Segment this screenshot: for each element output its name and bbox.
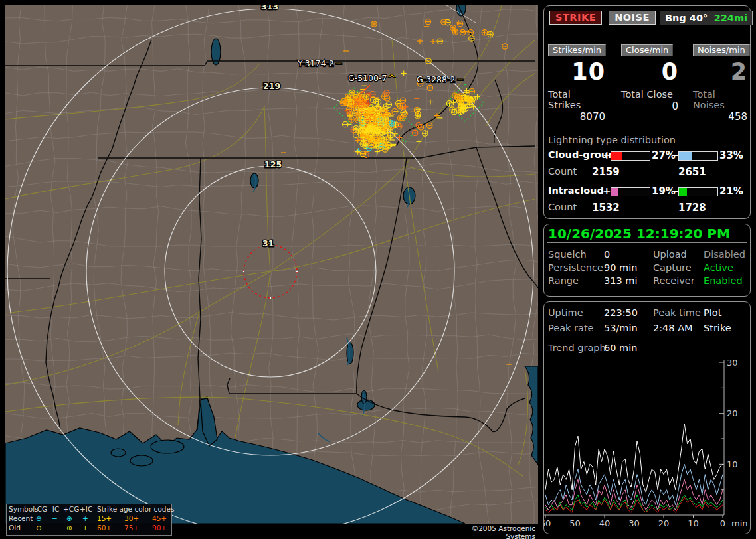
current-datetime: 10/26/2025 12:19:20 PM bbox=[548, 226, 730, 242]
persistence-value: 90 min bbox=[604, 262, 637, 273]
recent-ic-neg-icon: − bbox=[52, 514, 58, 523]
ring-label-125: 125 bbox=[264, 159, 282, 169]
noises-per-min-column: Noises/min 2 Total Noises 458 bbox=[693, 43, 747, 123]
trend-graph: 1020306050403020100min bbox=[544, 302, 749, 533]
receiver-label: Receiver bbox=[653, 275, 695, 286]
ic-positive-count: 1532 bbox=[592, 202, 620, 214]
intracloud-label: Intracloud bbox=[548, 185, 604, 196]
close-per-min-column: Close/min 0 Total Close 0 bbox=[621, 43, 678, 112]
total-noises-value: 458 bbox=[693, 111, 747, 123]
info-trend-panel: Uptime 223:50 Peak time Plot Peak rate 5… bbox=[543, 301, 751, 534]
ring-label-31: 31 bbox=[262, 238, 274, 248]
old-ic-pos-icon: + bbox=[82, 524, 88, 532]
ic-negative-count: 1728 bbox=[678, 202, 706, 214]
total-strikes-label: Total Strikes bbox=[548, 89, 605, 110]
ic-negative-bar bbox=[678, 187, 718, 196]
squelch-label: Squelch bbox=[548, 249, 587, 260]
cg-negative-pct: 33% bbox=[719, 149, 743, 161]
svg-text:30: 30 bbox=[727, 358, 738, 368]
storm-cell-label: G-5100-7^ bbox=[348, 73, 395, 83]
svg-text:min: min bbox=[731, 518, 748, 528]
capture-status: Active bbox=[704, 262, 733, 273]
ic-negative-pct: 21% bbox=[719, 185, 743, 197]
bearing-label: Bng 40° bbox=[665, 13, 708, 23]
range-label: Range bbox=[548, 275, 579, 286]
recent-cg-pos-icon: ⊕ bbox=[66, 514, 72, 523]
strike-counters-panel: STRIKE NOISE Bng 40° 224mi Strikes/min 1… bbox=[543, 5, 751, 219]
upload-status: Disabled bbox=[704, 249, 745, 260]
cg-negative-count: 2651 bbox=[678, 166, 706, 178]
cg-positive-bar bbox=[611, 151, 650, 161]
ring-label-313: 313 bbox=[261, 1, 278, 11]
bearing-readout: Bng 40° 224mi bbox=[660, 11, 753, 25]
strikes-per-min-column: Strikes/min 10 Total Strikes 8070 bbox=[548, 43, 605, 123]
bearing-range: 224mi bbox=[714, 13, 747, 23]
plus-sign: + bbox=[603, 149, 611, 161]
old-ic-neg-icon: − bbox=[52, 524, 58, 532]
storm-cell-label: Y-3174-2− bbox=[297, 58, 342, 68]
svg-text:30: 30 bbox=[628, 518, 640, 528]
legend-age-header: Strike age color codes bbox=[97, 505, 174, 514]
ic-count-label: Count bbox=[548, 202, 577, 212]
svg-text:10: 10 bbox=[727, 459, 738, 469]
strike-mode-button[interactable]: STRIKE bbox=[549, 11, 602, 25]
cg-negative-bar bbox=[678, 151, 718, 161]
strikes-per-min-header: Strikes/min bbox=[548, 44, 606, 56]
legend-symbols-header: Symbols bbox=[9, 505, 39, 514]
noises-per-min-value: 2 bbox=[693, 60, 747, 84]
total-noises-label: Total Noises bbox=[693, 89, 747, 110]
range-value: 313 mi bbox=[604, 275, 637, 286]
squelch-value: 0 bbox=[604, 249, 610, 260]
strike-symbol-legend: Symbols -CG -IC +CG +IC Strike age color… bbox=[6, 504, 172, 536]
nexstorm-window: { "map": { "copyright": "©2005 Astrogeni… bbox=[0, 0, 756, 539]
svg-text:0: 0 bbox=[720, 518, 725, 528]
capture-label: Capture bbox=[653, 262, 692, 273]
upload-label: Upload bbox=[653, 249, 687, 260]
plus-sign: + bbox=[603, 185, 611, 197]
ring-label-219: 219 bbox=[263, 81, 280, 91]
cg-count-label: Count bbox=[548, 166, 577, 177]
status-panel: 10/26/2025 12:19:20 PM Squelch 0 Upload … bbox=[543, 224, 751, 297]
persistence-label: Persistence bbox=[548, 262, 603, 273]
noises-per-min-header: Noises/min bbox=[693, 44, 750, 56]
ic-positive-bar bbox=[611, 187, 650, 196]
total-strikes-value: 8070 bbox=[548, 111, 605, 123]
svg-text:50: 50 bbox=[569, 518, 581, 528]
lake-pontchartrain bbox=[151, 440, 184, 453]
svg-text:20: 20 bbox=[727, 408, 738, 418]
close-per-min-header: Close/min bbox=[621, 44, 673, 56]
storm-cell-label: G-3288-2− bbox=[417, 74, 464, 84]
trend-series-Total strikes bbox=[545, 424, 723, 493]
cg-positive-count: 2159 bbox=[592, 166, 620, 178]
copyright-text: ©2005 Astrogenic Systems bbox=[442, 524, 535, 539]
old-cg-neg-icon: ⊖ bbox=[36, 524, 42, 532]
total-close-label: Total Close bbox=[621, 89, 678, 100]
total-close-value: 0 bbox=[621, 100, 678, 112]
old-cg-pos-icon: ⊕ bbox=[66, 524, 72, 532]
recent-cg-neg-icon: ⊖ bbox=[36, 514, 42, 523]
svg-text:20: 20 bbox=[658, 518, 670, 528]
recent-ic-pos-icon: + bbox=[82, 514, 88, 523]
svg-text:10: 10 bbox=[688, 518, 699, 528]
receiver-status: Enabled bbox=[704, 275, 743, 286]
svg-text:60: 60 bbox=[544, 518, 551, 528]
svg-text:40: 40 bbox=[599, 518, 611, 528]
distribution-title: Lightning type distribution bbox=[548, 135, 746, 147]
noise-mode-button[interactable]: NOISE bbox=[609, 11, 656, 25]
strikes-per-min-value: 10 bbox=[548, 60, 605, 84]
close-per-min-value: 0 bbox=[621, 60, 678, 84]
